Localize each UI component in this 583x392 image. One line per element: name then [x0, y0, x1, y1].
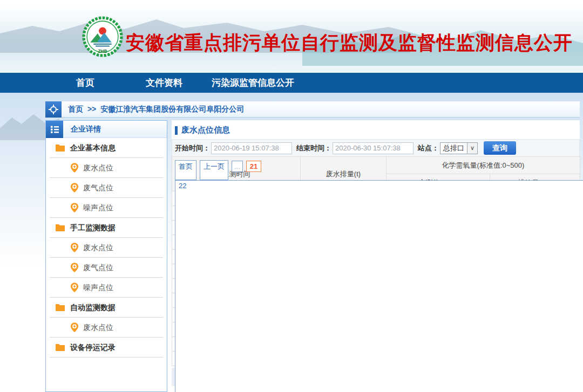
pagination-button[interactable]: 22: [175, 180, 583, 392]
sidebar-sub-item[interactable]: 废气点位: [46, 258, 167, 278]
sidebar-item-label: 设备停运记录: [70, 343, 116, 353]
start-time-label: 开始时间：: [175, 143, 210, 153]
folder-icon: [55, 144, 65, 152]
nav-item[interactable]: 污染源监管信息公开: [212, 73, 294, 93]
section-title-bar: [175, 126, 178, 135]
breadcrumb-home[interactable]: 首页: [68, 105, 83, 113]
epa-logo: ZHB: [82, 16, 123, 57]
sidebar-item-label: 噪声点位: [83, 283, 113, 293]
pagination-current-page[interactable]: 21: [246, 161, 261, 172]
top-strip: [0, 0, 583, 5]
sidebar-sub-item[interactable]: 废气点位: [46, 178, 167, 198]
sidebar: 企业详情 企业基本信息废水点位废气点位噪声点位手工监测数据废水点位废气点位噪声点…: [45, 120, 167, 392]
station-select[interactable]: 总排口 ∨: [440, 142, 478, 154]
logo-zhb-text: ZHB: [98, 49, 107, 54]
section-title-text: 废水点位信息: [181, 125, 230, 135]
compass-icon: [45, 101, 62, 118]
station-label: 站点：: [418, 143, 439, 153]
breadcrumb: 首页 >> 安徽江淮汽车集团股份有限公司阜阳分公司: [45, 101, 580, 118]
sidebar-sub-item[interactable]: 噪声点位: [46, 278, 167, 298]
folder-icon: [55, 304, 65, 312]
sidebar-item-label: 废气点位: [83, 183, 113, 193]
sidebar-item-label: 废水点位: [83, 243, 113, 253]
map-pin-icon: [71, 283, 78, 293]
sidebar-item-label: 废气点位: [83, 263, 113, 273]
end-time-input[interactable]: [333, 142, 413, 154]
sidebar-title: 企业详情: [71, 125, 101, 134]
pagination-buttons: 首页上一页...2122下一页尾页: [175, 160, 583, 392]
sidebar-item-label: 企业基本信息: [70, 143, 116, 153]
pagination-button[interactable]: ...: [232, 161, 243, 172]
nav-item[interactable]: 文件资料: [146, 73, 182, 93]
pagination-button[interactable]: 首页: [175, 160, 196, 180]
folder-icon: [55, 343, 65, 352]
breadcrumb-separator: >>: [87, 105, 96, 113]
site-banner: ZHB 安徽省重点排污单位自行监测及监督性监测信息公开: [0, 5, 583, 73]
sidebar-header: 企业详情: [46, 121, 167, 138]
map-pin-icon: [71, 263, 78, 273]
sidebar-sub-item[interactable]: 废水点位: [46, 238, 167, 258]
map-pin-icon: [71, 163, 78, 173]
breadcrumb-current: 安徽江淮汽车集团股份有限公司阜阳分公司: [100, 105, 244, 113]
sidebar-category-item[interactable]: 设备停运记录: [46, 338, 167, 357]
filter-bar: 开始时间： 结束时间： 站点： 总排口 ∨ 查询: [172, 139, 580, 156]
station-select-value: 总排口: [440, 142, 467, 154]
sidebar-item-label: 自动监测数据: [70, 303, 116, 313]
sidebar-category-item[interactable]: 自动监测数据: [46, 298, 167, 318]
nav-item[interactable]: 首页: [76, 73, 94, 93]
sidebar-sub-item[interactable]: 噪声点位: [46, 198, 167, 218]
map-pin-icon: [71, 243, 78, 253]
sidebar-sub-item[interactable]: 废水点位: [46, 158, 167, 178]
end-time-label: 结束时间：: [296, 143, 331, 153]
sidebar-item-label: 废水点位: [83, 163, 113, 173]
list-icon: [46, 121, 63, 138]
sidebar-item-label: 噪声点位: [83, 203, 113, 213]
pagination-bar: 首页上一页...2122下一页尾页 当前第21/22页 共262条记录 每页12…: [172, 368, 580, 386]
breadcrumb-text: 首页 >> 安徽江淮汽车集团股份有限公司阜阳分公司: [68, 105, 246, 114]
site-title: 安徽省重点排污单位自行监测及监督性监测信息公开: [126, 30, 573, 56]
chevron-down-icon[interactable]: ∨: [467, 142, 478, 154]
sidebar-category-item[interactable]: 手工监测数据: [46, 218, 167, 238]
pagination-button[interactable]: 上一页: [200, 160, 228, 180]
query-button[interactable]: 查询: [484, 141, 516, 155]
folder-icon: [55, 224, 65, 232]
logo-sun: [99, 27, 106, 35]
main-nav: 首页文件资料污染源监管信息公开: [0, 73, 583, 93]
start-time-input[interactable]: [211, 142, 292, 154]
content-area: 首页 >> 安徽江淮汽车集团股份有限公司阜阳分公司: [45, 101, 580, 392]
page: ZHB 安徽省重点排污单位自行监测及监督性监测信息公开 首页文件资料污染源监管信…: [0, 0, 583, 392]
map-pin-icon: [71, 183, 78, 193]
sidebar-sub-item[interactable]: 废水点位: [46, 318, 167, 338]
section-title: 废水点位信息: [172, 120, 580, 139]
map-pin-icon: [71, 322, 78, 333]
main-panel: 废水点位信息 开始时间： 结束时间： 站点： 总排口 ∨ 查询: [172, 120, 580, 392]
sidebar-category-item[interactable]: 企业基本信息: [46, 138, 167, 158]
map-pin-icon: [71, 203, 78, 213]
sidebar-menu: 企业基本信息废水点位废气点位噪声点位手工监测数据废水点位废气点位噪声点位自动监测…: [46, 138, 167, 357]
sidebar-item-label: 废水点位: [83, 323, 113, 333]
sidebar-item-label: 手工监测数据: [70, 223, 116, 233]
